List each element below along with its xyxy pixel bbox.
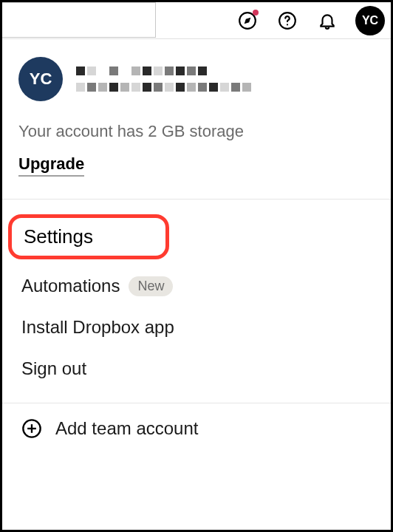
new-badge: New xyxy=(129,276,173,296)
bell-icon[interactable] xyxy=(314,7,341,34)
explore-icon[interactable] xyxy=(234,7,261,34)
account-menu: Settings Automations New Install Dropbox… xyxy=(18,208,375,454)
svg-point-3 xyxy=(287,24,288,25)
menu-item-install[interactable]: Install Dropbox app xyxy=(18,307,375,348)
signout-label: Sign out xyxy=(21,358,86,379)
profile-name-redacted xyxy=(76,66,251,75)
search-input[interactable] xyxy=(1,2,156,38)
profile-name-area xyxy=(76,66,251,92)
automations-label: Automations xyxy=(21,276,120,296)
help-icon[interactable] xyxy=(274,7,301,34)
svg-marker-1 xyxy=(245,17,251,24)
topbar: YC xyxy=(2,2,391,39)
menu-item-signout[interactable]: Sign out xyxy=(18,348,375,389)
add-team-label: Add team account xyxy=(55,418,198,439)
storage-text: Your account has 2 GB storage xyxy=(18,122,375,141)
profile-email-redacted xyxy=(76,83,251,92)
profile-row: YC xyxy=(18,57,375,101)
account-panel: YC Your account has 2 GB storage Upgrade… xyxy=(2,39,391,454)
avatar-button[interactable]: YC xyxy=(355,6,385,35)
menu-item-settings[interactable]: Settings xyxy=(24,225,93,248)
notification-dot-icon xyxy=(253,10,259,16)
upgrade-link[interactable]: Upgrade xyxy=(18,154,84,177)
settings-highlight: Settings xyxy=(8,214,169,259)
avatar: YC xyxy=(18,57,63,101)
install-label: Install Dropbox app xyxy=(21,317,174,338)
divider xyxy=(2,199,391,200)
menu-item-automations[interactable]: Automations New xyxy=(18,265,375,307)
plus-circle-icon xyxy=(21,418,42,439)
menu-item-add-team[interactable]: Add team account xyxy=(18,403,375,454)
